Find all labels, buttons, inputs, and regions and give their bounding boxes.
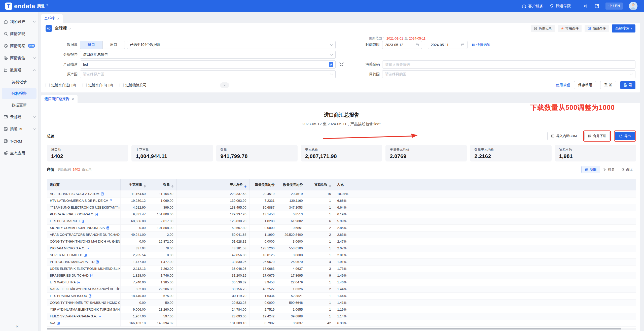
date-from-input[interactable]: 2023-05-12 — [382, 41, 422, 49]
company-detail-icon[interactable] — [99, 315, 101, 318]
sort-desc-icon[interactable] — [244, 185, 246, 188]
destination-country-select[interactable]: 请选择目的国 — [382, 70, 635, 78]
datasource-select[interactable]: 已选中104个数据源 — [127, 41, 336, 49]
tab-importer-summary-report[interactable]: 进口商汇总报告 × — [41, 95, 78, 103]
sort-icon[interactable] — [144, 185, 146, 188]
header-trade-count[interactable]: 贸易次数 — [306, 179, 334, 190]
header-usd-total[interactable]: 美元总价 — [176, 179, 249, 190]
view-ranking-button[interactable]: 排名 — [600, 166, 618, 173]
customer-service-link[interactable]: 客户服务 — [522, 4, 543, 9]
table-row: SIGNIFY COMMERCIAL INDONESIA 0.00 101,80… — [47, 224, 636, 231]
cell-importer: NASA ELEKTRİK AYDINLATMA SANAYİ VE TİCAR… — [47, 286, 120, 292]
advanced-search-button[interactable]: 高级搜索 › — [612, 24, 635, 32]
cell-usd-per-kg: 0.0000 — [249, 238, 278, 245]
table-icon — [585, 168, 588, 171]
cell-usd-per-kg: 2.7519 — [249, 306, 278, 313]
sidebar-item-datapass[interactable]: 数据通 — [0, 64, 38, 76]
company-detail-icon[interactable] — [110, 199, 112, 202]
hs-code-input[interactable] — [382, 60, 635, 69]
company-detail-icon[interactable] — [96, 260, 99, 263]
table-row: YSF AYDINLATMA ELEKTRONİK TURİZM SANAYİ … — [47, 306, 636, 313]
datasource-export-tab[interactable]: 出口 — [102, 41, 125, 49]
company-detail-icon[interactable] — [90, 274, 93, 277]
cell-share: 1.41% — [334, 299, 636, 306]
sort-icon[interactable] — [329, 185, 331, 188]
close-icon[interactable]: × — [72, 97, 74, 101]
favorite-conditions-button[interactable]: ★ 常用条件 — [558, 25, 582, 32]
search-button[interactable]: 搜 索 — [620, 81, 635, 89]
sidebar-item-insight[interactable]: 商情洞察 PRO — [0, 40, 38, 52]
grid-icon — [472, 43, 475, 47]
cell-share: 1.44% — [334, 286, 636, 292]
tutorial-link[interactable]: 使用教程 — [556, 83, 570, 87]
origin-country-select[interactable]: 请选择原产国 — [80, 70, 336, 78]
header-kg-weight[interactable]: 千克重量 — [120, 179, 149, 190]
collapse-form-button[interactable] — [220, 82, 229, 88]
history-button[interactable]: 历史记录 — [531, 25, 555, 32]
sidebar-item-analysis-report[interactable]: 分析报告 — [2, 88, 37, 99]
sidebar-item-radar[interactable]: 商情雷达 — [0, 52, 38, 64]
destination-country-label: 目的国 — [336, 72, 380, 77]
company-detail-icon[interactable] — [82, 220, 84, 223]
export-button[interactable]: 导出 — [615, 132, 635, 140]
merge-download-button[interactable]: 合并下载 — [584, 132, 610, 140]
sidebar-item-cloud-mail[interactable]: 云邮通 — [0, 111, 38, 123]
sidebar-item-bi[interactable]: 腾道 BI — [0, 123, 38, 135]
filter-checkbox[interactable]: 过滤物流公司 — [120, 83, 147, 87]
company-detail-icon[interactable] — [89, 294, 91, 297]
scrollbar-thumb[interactable] — [47, 328, 621, 329]
user-avatar[interactable] — [629, 2, 637, 10]
translate-icon[interactable]: A — [329, 62, 333, 67]
cell-usd-per-qty: 130.1160 — [278, 197, 306, 204]
view-detail-button[interactable]: 明细 — [582, 166, 600, 173]
sidebar-collapse-button[interactable]: « — [16, 323, 19, 329]
company-detail-icon[interactable] — [78, 281, 80, 284]
company-detail-icon[interactable] — [87, 247, 89, 250]
cell-usd-total: 30,536.32 — [176, 279, 249, 286]
import-crm-button[interactable]: 导入内部CRM — [547, 132, 580, 140]
hide-conditions-button[interactable]: 隐藏条件 — [585, 25, 609, 32]
company-detail-icon[interactable] — [57, 322, 60, 325]
company-detail-icon[interactable] — [106, 226, 109, 229]
table-row: ARAB CONTRACTORS BRANCHE DU TCHAD 49,241… — [47, 231, 636, 238]
save-favorite-button[interactable]: 保存常用 — [574, 81, 596, 89]
cell-trade-count: 2 — [306, 231, 334, 238]
product-desc-input[interactable] — [80, 60, 336, 69]
filter-checkbox[interactable]: 过滤空白出口商 — [83, 83, 113, 87]
chevron-down-icon[interactable] — [69, 27, 71, 30]
origin-country-label: 原产国 — [46, 72, 78, 77]
tab-global-search[interactable]: 全球搜 × — [41, 14, 63, 23]
sidebar-item-trade-records[interactable]: 贸易记录 — [2, 76, 37, 88]
sidebar-item-discovery[interactable]: 商情发现 — [0, 28, 38, 40]
sidebar-item-my-account[interactable]: 我的账户 — [0, 16, 38, 28]
sidebar-item-tcrm[interactable]: T-CRM — [0, 135, 38, 147]
company-detail-icon[interactable] — [101, 192, 104, 195]
date-to-input[interactable]: 2024-05-11 — [428, 41, 468, 49]
cell-share: 2.07% — [334, 245, 636, 252]
view-share-button[interactable]: 占比 — [618, 166, 636, 173]
company-detail-icon[interactable] — [95, 213, 98, 216]
company-detail-icon[interactable] — [84, 254, 87, 257]
tendata-logo[interactable]: T endata 腾道 ® — [5, 3, 48, 10]
header-quantity[interactable]: 数量 — [149, 179, 176, 190]
close-icon[interactable]: × — [57, 16, 59, 21]
language-switch[interactable]: 中 / EN — [605, 3, 623, 10]
sidebar-item-eco-apps[interactable]: 生态应用 — [0, 147, 38, 159]
fullscreen-icon[interactable] — [594, 4, 599, 9]
cell-usd-total: 42,056.00 — [176, 252, 249, 258]
stat-value: 941,799.78 — [221, 153, 293, 159]
sidebar-item-data-update[interactable]: 数据更新 — [2, 99, 37, 111]
stat-card: 数量 941,799.78 — [216, 145, 298, 161]
announcement-icon[interactable] — [583, 4, 588, 9]
horizontal-scrollbar[interactable] — [47, 328, 636, 330]
academy-link[interactable]: 腾道学院 — [549, 4, 571, 9]
datasource-import-tab[interactable]: 进口 — [80, 41, 102, 49]
reset-button[interactable]: 重 置 — [600, 81, 616, 89]
filter-checkbox[interactable]: 过滤空白进口商 — [46, 83, 76, 87]
sort-icon[interactable] — [171, 185, 173, 188]
import-icon — [551, 134, 554, 138]
image-search-icon[interactable] — [339, 62, 344, 67]
quick-options-link[interactable]: 快捷选项 — [472, 43, 490, 47]
datasource-toggle: 进口 出口 — [80, 41, 125, 49]
report-type-select[interactable]: 进口商汇总报告 — [80, 51, 336, 59]
